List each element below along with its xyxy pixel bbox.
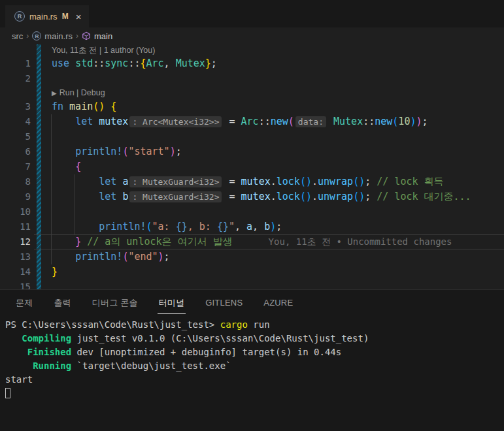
run-debug-codelens[interactable]: ▶Run | Debug [0,86,504,99]
code-line-3[interactable]: 3fn main() { [0,99,504,114]
code-line-15[interactable]: 15 [0,279,504,289]
token: Arc [146,57,164,69]
token: ; [164,251,170,263]
token: { [140,57,146,69]
token: ; [211,57,217,69]
token [52,221,99,232]
code-line-4[interactable]: 4 let mutex: Arc<Mutex<i32>> = Arc::new(… [0,114,504,129]
code-line-10[interactable]: 10 [0,204,504,219]
token: () [300,191,312,202]
debug-link[interactable]: Debug [81,88,105,97]
token [52,236,75,247]
terminal[interactable]: PS C:\Users\sssan\Code\Rust\just_test> c… [0,315,504,400]
code-line-7[interactable]: 7 { [0,159,504,174]
token [52,161,75,172]
breadcrumb: src › R main.rs › main [0,27,504,44]
rust-file-icon: R [14,11,25,22]
line-number[interactable]: 1 [0,56,31,71]
code-line-2[interactable]: 2 [0,71,504,86]
token: } [205,57,211,69]
run-link[interactable]: Run [59,88,75,97]
line-number[interactable]: 2 [0,71,31,86]
code-line-13[interactable]: 13 println!("end"); [0,249,504,264]
editor-tab-bar: R main.rs M × [0,0,504,27]
panel-tab-debug-console[interactable]: 디버그 콘솔 [91,291,139,314]
token: :: [363,116,375,127]
chevron-right-icon: › [76,31,78,40]
tab-main-rs[interactable]: R main.rs M × [5,5,89,27]
play-icon[interactable]: ▶ [52,89,57,97]
blame-codelens[interactable]: You, 11초 전 | 1 author (You) [0,44,504,56]
line-number[interactable]: 7 [0,159,31,174]
token: () [353,191,365,202]
terminal-text: `target\debug\just_test.exe` [71,360,231,371]
code-line-9[interactable]: 9 let b: MutexGuard<i32> = mutex.lock().… [0,189,504,204]
token: = [223,176,241,187]
token: . [271,191,277,202]
token: // lock 대기중... [377,191,471,202]
token: let [99,191,122,202]
token: let [75,116,99,127]
vscode-window: R main.rs M × src › R main.rs › main You… [0,0,504,431]
code-line-14[interactable]: 14} [0,264,504,279]
token: println! [75,251,122,263]
terminal-text: just_test v0.1.0 (C:\Users\sssan\Code\Ru… [71,333,369,343]
token: mutex [241,176,271,187]
line-number[interactable]: 5 [0,129,31,144]
token: std [75,57,93,69]
token: . [312,176,318,187]
line-number[interactable]: 13 [0,249,31,264]
panel-tab-gitlens[interactable]: GITLENS [204,292,244,313]
symbol-method-icon [82,31,91,40]
code-line-11[interactable]: 11 println!("a: {}, b: {}", a, b); [0,219,504,234]
token: lock [277,176,300,187]
editor: src › R main.rs › main You, 11초 전 | 1 au… [0,27,504,289]
panel-tab-azure[interactable]: AZURE [262,292,294,313]
terminal-text: start [5,374,33,385]
token: ( [146,221,152,232]
inlay-hint: : MutexGuard<i32> [129,191,222,202]
code-line-5[interactable]: 5 [0,129,504,144]
token: "end" [128,251,158,263]
line-number[interactable]: 10 [0,204,31,219]
line-number[interactable]: 4 [0,114,31,129]
token: new [271,116,288,127]
token: ) [170,146,176,157]
token: a [122,176,128,187]
breadcrumb-item-file[interactable]: main.rs [44,31,73,41]
code-line-12[interactable]: 12 } // a의 unlock은 여기서 발생You, 11초 전 • Un… [0,234,504,249]
bottom-panel: 문제출력디버그 콘솔터미널GITLENSAZURE PS C:\Users\ss… [0,289,504,431]
line-number[interactable]: 12 [0,234,31,249]
line-number[interactable]: 3 [0,99,31,114]
breadcrumb-item-src[interactable]: src [12,31,23,41]
inlay-hint: : Arc<Mutex<i32>> [129,116,222,127]
line-number[interactable]: 8 [0,174,31,189]
token [52,176,99,187]
code-line-6[interactable]: 6 println!("start"); [0,144,504,159]
code-line-8[interactable]: 8 let a: MutexGuard<i32> = mutex.lock().… [0,174,504,189]
token: // a의 unlock은 여기서 발생 [87,236,232,247]
token: Mutex [176,57,205,69]
line-number[interactable]: 6 [0,144,31,159]
token: { [110,101,116,112]
line-number[interactable]: 14 [0,264,31,279]
line-number[interactable]: 15 [0,279,31,289]
inlay-hint: : MutexGuard<i32> [129,176,222,187]
line-number[interactable]: 11 [0,219,31,234]
panel-tab-problems[interactable]: 문제 [14,291,34,314]
chevron-right-icon: › [26,31,29,40]
panel-tab-terminal[interactable]: 터미널 [158,291,186,314]
close-icon[interactable]: × [76,11,82,22]
code-area[interactable]: You, 11초 전 | 1 author (You)1use std::syn… [0,44,504,289]
token: " [229,221,235,232]
line-number[interactable]: 9 [0,189,31,204]
breadcrumb-item-symbol[interactable]: main [94,31,112,41]
modified-badge: M [62,12,69,21]
code-line-1[interactable]: 1use std::sync::{Arc, Mutex}; [0,56,504,71]
token: "start" [128,146,169,157]
inlay-hint: data: [295,116,326,127]
panel-tab-output[interactable]: 출력 [52,291,72,314]
token: , b: [188,221,217,232]
token: = [223,191,241,202]
panel-tab-bar: 문제출력디버그 콘솔터미널GITLENSAZURE [0,290,504,315]
